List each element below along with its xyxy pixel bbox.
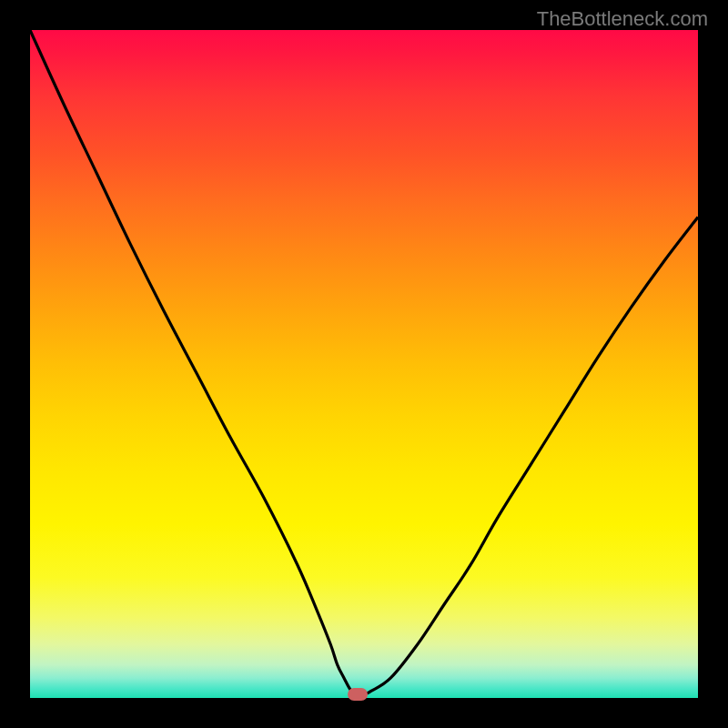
optimal-point-marker	[348, 688, 368, 701]
bottleneck-curve-path	[30, 30, 698, 695]
curve-svg	[30, 30, 698, 698]
chart-plot-area	[30, 30, 698, 698]
watermark-text: TheBottleneck.com	[537, 7, 708, 31]
